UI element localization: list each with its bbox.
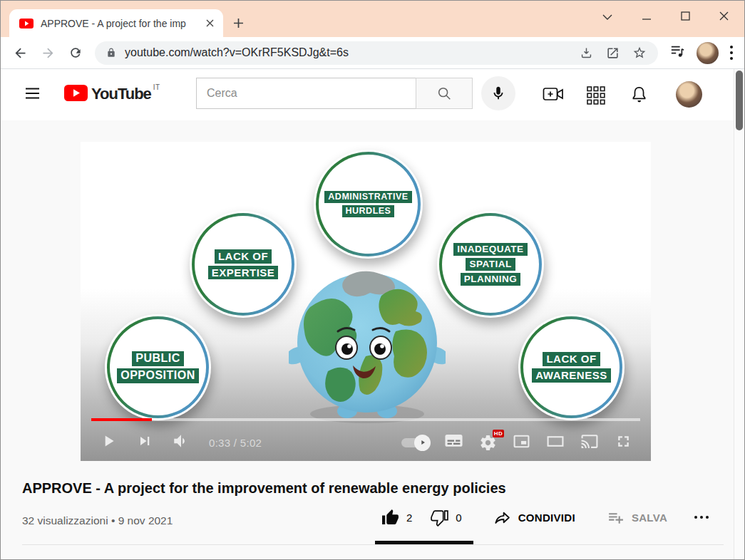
miniplayer-icon[interactable] (513, 432, 530, 453)
dislike-count: 0 (456, 512, 461, 524)
bubble-inadequate-spatial-planning: INADEQUATE SPATIAL PLANNING (437, 211, 544, 318)
progress-played (91, 418, 152, 421)
forward-icon[interactable] (41, 46, 56, 61)
search-button[interactable] (416, 78, 473, 109)
share-button[interactable]: CONDIVIDI (493, 509, 575, 527)
youtube-header: YouTube IT (1, 69, 744, 120)
theater-mode-icon[interactable] (546, 432, 565, 453)
bookmark-star-icon[interactable] (632, 46, 647, 60)
youtube-logo[interactable]: YouTube IT (64, 85, 160, 103)
minimize-icon[interactable] (642, 11, 652, 24)
youtube-logo-mark (64, 85, 88, 101)
play-icon[interactable] (99, 432, 118, 453)
browser-window: APPROVE - A project for the imp (0, 0, 745, 560)
tab-strip: APPROVE - A project for the imp (1, 1, 744, 37)
youtube-logo-text: YouTube (91, 85, 151, 103)
url-text: youtube.com/watch?v=OKrRF5KSDJg&t=6s (125, 46, 567, 59)
video-title: APPROVE - A project for the improvement … (22, 480, 506, 497)
autoplay-toggle[interactable] (401, 438, 428, 447)
video-actions: 2 0 CONDIVIDI SALVA (381, 502, 709, 532)
bubble-label-line: AWARENESS (532, 368, 610, 383)
bubble-administrative-hurdles: ADMINISTRATIVE HURDLES (314, 150, 423, 259)
next-video-icon[interactable] (136, 432, 153, 452)
url-bar[interactable]: youtube.com/watch?v=OKrRF5KSDJg&t=6s (95, 41, 658, 65)
dislike-button[interactable]: 0 (431, 509, 461, 527)
bubble-public-opposition: PUBLIC OPPOSITION (105, 314, 211, 420)
browser-profile-avatar[interactable] (697, 42, 719, 64)
reload-icon[interactable] (68, 46, 83, 60)
earth-mascot (289, 263, 446, 428)
browser-toolbar: youtube.com/watch?v=OKrRF5KSDJg&t=6s (1, 37, 744, 69)
bubble-lack-of-expertise: LACK OF EXPERTISE (190, 211, 297, 318)
notifications-bell-icon[interactable] (630, 85, 649, 108)
like-button[interactable]: 2 (381, 509, 412, 527)
hd-quality-badge: HD (493, 430, 504, 437)
section-divider (22, 544, 724, 545)
thumbs-up-icon (381, 509, 399, 527)
bubble-label-line: LACK OF (543, 352, 600, 366)
fullscreen-icon[interactable] (615, 432, 632, 453)
youtube-page: YouTube IT (1, 69, 744, 559)
bubble-lack-of-awareness: LACK OF AWARENESS (518, 314, 625, 420)
playlist-add-icon (607, 509, 625, 527)
media-controls-icon[interactable] (669, 44, 685, 61)
voice-search-button[interactable] (481, 76, 515, 110)
tab-close-icon[interactable] (203, 17, 216, 30)
subtitles-icon[interactable] (444, 433, 463, 452)
bubble-label-line: EXPERTISE (208, 266, 279, 280)
youtube-favicon (19, 19, 34, 28)
page-scrollbar[interactable] (734, 69, 744, 559)
close-window-icon[interactable] (719, 11, 729, 24)
browser-tab[interactable]: APPROVE - A project for the imp (9, 9, 223, 37)
bubble-label-line: LACK OF (215, 249, 272, 264)
maximize-icon[interactable] (681, 11, 690, 24)
download-page-icon[interactable] (580, 46, 593, 60)
tab-search-icon[interactable] (602, 11, 612, 24)
back-icon[interactable] (13, 46, 28, 61)
bubble-label-line: INADEQUATE (453, 243, 527, 256)
save-label: SALVA (632, 512, 667, 524)
youtube-locale-badge: IT (153, 83, 160, 91)
bubble-label-line: OPPOSITION (117, 368, 199, 383)
scrollbar-thumb[interactable] (736, 71, 743, 130)
bubble-label-line: PUBLIC (132, 351, 184, 366)
search-icon (436, 85, 452, 101)
save-button[interactable]: SALVA (607, 509, 667, 527)
video-player[interactable]: ADMINISTRATIVE HURDLES LACK OF EXPERTISE… (81, 142, 651, 461)
video-meta: 32 visualizzazioni • 9 nov 2021 (22, 514, 173, 527)
browser-menu-icon[interactable] (730, 46, 733, 60)
apps-grid-icon[interactable] (587, 86, 605, 108)
lock-icon (106, 47, 116, 58)
cast-icon[interactable] (580, 432, 599, 453)
bubble-label-line: SPATIAL (466, 258, 515, 271)
volume-icon[interactable] (172, 432, 190, 453)
tab-title: APPROVE - A project for the imp (41, 18, 203, 29)
time-display: 0:33 / 5:02 (209, 437, 262, 449)
more-actions-icon[interactable] (694, 516, 709, 519)
microphone-icon (490, 85, 506, 101)
player-controls: 0:33 / 5:02 HD (81, 427, 651, 458)
share-arrow-icon (493, 509, 511, 527)
menu-hamburger-icon[interactable] (25, 88, 40, 102)
search-box (196, 78, 416, 109)
share-page-icon[interactable] (606, 46, 620, 60)
settings-gear-icon[interactable]: HD (479, 434, 497, 452)
create-video-icon[interactable] (543, 85, 564, 105)
youtube-profile-avatar[interactable] (676, 81, 702, 108)
bubble-label-line: ADMINISTRATIVE (324, 191, 411, 203)
progress-bar[interactable] (91, 418, 640, 421)
like-count: 2 (406, 512, 412, 524)
bubble-label-line: PLANNING (461, 273, 521, 286)
bubble-label-line: HURDLES (342, 205, 395, 217)
thumbs-down-icon (431, 509, 448, 527)
search-input[interactable] (197, 78, 416, 108)
share-label: CONDIVIDI (518, 512, 575, 524)
new-tab-icon[interactable] (233, 18, 244, 31)
autoplay-knob-icon (414, 435, 431, 451)
